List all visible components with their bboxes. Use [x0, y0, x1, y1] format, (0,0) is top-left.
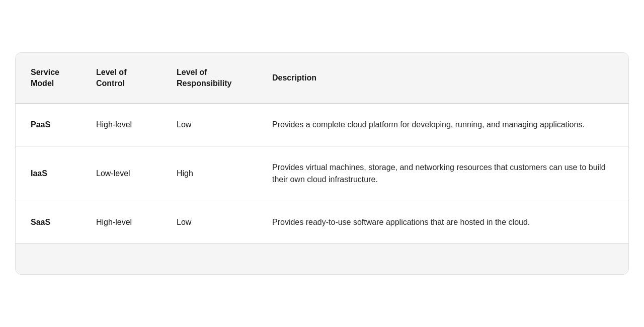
empty-cell: [16, 244, 628, 275]
cell-description-saas: Provides ready-to-use software applicati…: [257, 201, 628, 244]
table-header-row: Service Model Level of Control Level of …: [16, 53, 628, 104]
cell-description-iaas: Provides virtual machines, storage, and …: [257, 146, 628, 201]
cell-service-model-iaas: IaaS: [16, 146, 81, 201]
table-row: PaaS High-level Low Provides a complete …: [16, 104, 628, 146]
header-description: Description: [257, 53, 628, 104]
header-level-of-control: Level of Control: [81, 53, 162, 104]
cell-description-paas: Provides a complete cloud platform for d…: [257, 104, 628, 146]
table-row: SaaS High-level Low Provides ready-to-us…: [16, 201, 628, 244]
cell-responsibility-saas: Low: [162, 201, 257, 244]
cloud-services-table: Service Model Level of Control Level of …: [15, 52, 629, 275]
header-level-of-responsibility: Level of Responsibility: [162, 53, 257, 104]
cell-control-paas: High-level: [81, 104, 162, 146]
cell-responsibility-iaas: High: [162, 146, 257, 201]
cell-control-saas: High-level: [81, 201, 162, 244]
table-empty-footer-row: [16, 244, 628, 275]
cell-service-model-paas: PaaS: [16, 104, 81, 146]
cell-responsibility-paas: Low: [162, 104, 257, 146]
header-service-model: Service Model: [16, 53, 81, 104]
cell-control-iaas: Low-level: [81, 146, 162, 201]
table-row: IaaS Low-level High Provides virtual mac…: [16, 146, 628, 201]
cell-service-model-saas: SaaS: [16, 201, 81, 244]
